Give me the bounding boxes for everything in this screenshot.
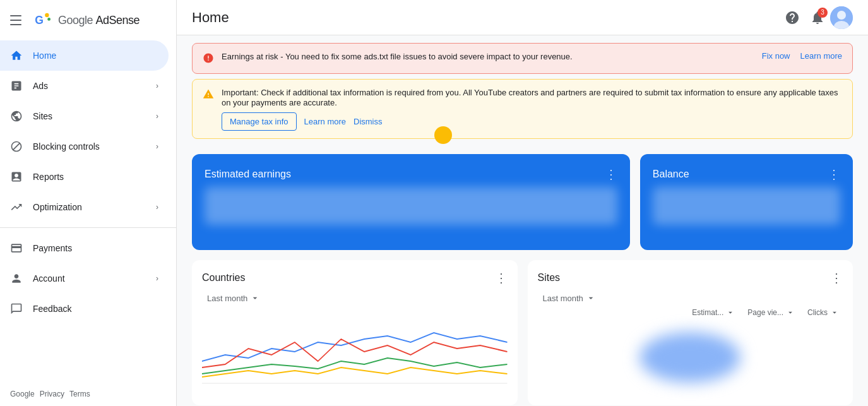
sidebar-item-payments-label: Payments — [33, 243, 72, 253]
sites-columns-header: Estimat... Page vie... Clicks — [538, 306, 843, 319]
error-icon — [203, 52, 214, 66]
page-title: Home — [192, 9, 229, 26]
balance-menu-icon[interactable]: ⋮ — [828, 167, 840, 182]
fix-now-link[interactable]: Fix now — [762, 51, 790, 61]
countries-menu-icon[interactable]: ⋮ — [495, 270, 508, 285]
svg-text:G: G — [35, 14, 44, 27]
sidebar-item-optimization-label: Optimization — [33, 202, 82, 212]
sidebar-item-sites[interactable]: Sites › — [0, 101, 169, 131]
sites-card-title: Sites — [538, 272, 561, 284]
sites-period-label: Last month — [543, 294, 583, 303]
countries-chart-area — [202, 311, 508, 388]
reports-icon — [10, 170, 23, 183]
tax-info-content: Important: Check if additional tax infor… — [222, 87, 842, 131]
account-icon — [10, 272, 23, 285]
earnings-card-header: Estimated earnings ⋮ — [205, 167, 617, 182]
home-icon — [10, 49, 23, 62]
sidebar-footer: Google Privacy Terms — [0, 382, 176, 406]
optimization-chevron-icon: › — [156, 203, 158, 212]
dismiss-link[interactable]: Dismiss — [354, 117, 383, 126]
sidebar-item-home[interactable]: Home — [0, 40, 169, 71]
sidebar-item-ads[interactable]: Ads › — [0, 71, 169, 101]
avatar-image — [830, 6, 853, 29]
sidebar-item-reports[interactable]: Reports — [0, 162, 169, 192]
balance-card-title: Balance — [653, 169, 689, 180]
earnings-risk-content: Earnings at risk - You need to fix some … — [222, 51, 754, 61]
estimat-dropdown-icon — [726, 308, 735, 317]
menu-button[interactable] — [10, 13, 25, 28]
ads-icon — [10, 80, 23, 92]
clicks-dropdown-icon — [830, 308, 839, 317]
sites-column-clicks[interactable]: Clicks — [804, 306, 843, 319]
balance-card: Balance ⋮ — [640, 154, 853, 250]
svg-point-3 — [47, 18, 51, 21]
help-button[interactable] — [780, 5, 805, 30]
sites-menu-icon[interactable]: ⋮ — [830, 270, 843, 285]
sidebar-item-blocking-controls-label: Blocking controls — [33, 141, 100, 152]
tax-info-text: Important: Check if additional tax infor… — [222, 88, 838, 107]
blocking-controls-chevron-icon: › — [156, 142, 158, 151]
countries-period-dropdown-icon — [250, 293, 260, 303]
sidebar-item-payments[interactable]: Payments — [0, 233, 169, 263]
sidebar-item-feedback-label: Feedback — [33, 304, 71, 314]
countries-period-label: Last month — [207, 294, 247, 303]
nav-divider — [0, 227, 176, 228]
earnings-menu-icon[interactable]: ⋮ — [605, 167, 617, 182]
countries-period-dropdown[interactable]: Last month — [202, 290, 265, 306]
help-icon — [785, 10, 800, 25]
sites-chevron-icon: › — [156, 112, 158, 121]
footer-privacy-link[interactable]: Privacy — [40, 390, 64, 398]
sites-blurred-content — [639, 332, 740, 383]
sidebar: G Google AdSense Home Ads › Sites › — [0, 0, 177, 406]
sidebar-item-ads-label: Ads — [33, 81, 48, 91]
svg-point-2 — [45, 13, 49, 17]
sites-column-estimat-label: Estimat... — [692, 308, 723, 317]
earnings-card-body — [205, 187, 617, 237]
footer-google: Google — [10, 390, 35, 398]
app-title: Google AdSense — [58, 14, 140, 27]
svg-point-5 — [837, 11, 846, 20]
balance-blurred-content — [653, 187, 840, 225]
sidebar-item-blocking-controls[interactable]: Blocking controls › — [0, 131, 169, 162]
earnings-cards-row: Estimated earnings ⋮ Balance ⋮ — [177, 144, 868, 260]
learn-more-link-2[interactable]: Learn more — [304, 117, 346, 126]
sites-icon — [10, 110, 23, 122]
earnings-risk-alert: Earnings at risk - You need to fix some … — [192, 43, 853, 74]
blocking-controls-icon — [10, 140, 23, 153]
earnings-blurred-content — [205, 187, 617, 225]
balance-card-header: Balance ⋮ — [653, 167, 840, 182]
sites-column-pageviews-label: Page vie... — [747, 308, 783, 317]
countries-card-header: Countries ⋮ — [202, 270, 508, 285]
countries-card-title: Countries — [202, 272, 245, 284]
notifications-button[interactable]: 3 — [805, 5, 830, 30]
optimization-icon — [10, 201, 23, 213]
estimated-earnings-card: Estimated earnings ⋮ — [192, 154, 630, 250]
earnings-risk-actions: Fix now Learn more — [762, 51, 842, 61]
sites-chart-area — [538, 332, 843, 395]
sites-card-header: Sites ⋮ — [538, 270, 843, 285]
sites-column-estimat[interactable]: Estimat... — [688, 306, 739, 319]
avatar[interactable] — [830, 6, 853, 29]
sites-period-dropdown[interactable]: Last month — [538, 290, 601, 306]
tax-info-actions: Manage tax info Learn more Dismiss — [222, 112, 842, 131]
sidebar-item-optimization[interactable]: Optimization › — [0, 192, 169, 222]
sidebar-item-sites-label: Sites — [33, 111, 52, 121]
learn-more-link-1[interactable]: Learn more — [800, 51, 842, 61]
sidebar-item-feedback[interactable]: Feedback — [0, 294, 169, 324]
sites-column-pageviews[interactable]: Page vie... — [744, 306, 799, 319]
earnings-risk-text: Earnings at risk - You need to fix some … — [222, 52, 573, 61]
ads-chevron-icon: › — [156, 81, 158, 90]
manage-tax-info-button[interactable]: Manage tax info — [222, 112, 297, 131]
countries-card: Countries ⋮ Last month — [192, 260, 518, 405]
footer-terms-link[interactable]: Terms — [69, 390, 90, 398]
feedback-icon — [10, 302, 23, 315]
google-adsense-logo: G — [33, 10, 53, 30]
earnings-card-title: Estimated earnings — [205, 169, 291, 180]
sidebar-item-account[interactable]: Account › — [0, 263, 169, 294]
alerts-area: Earnings at risk - You need to fix some … — [177, 35, 868, 139]
sites-period-dropdown-icon — [586, 293, 596, 303]
main-content: Home 3 Earnings at risk - You n — [177, 0, 868, 406]
warning-icon — [203, 88, 214, 102]
charts-row: Countries ⋮ Last month — [177, 260, 868, 406]
tax-info-alert: Important: Check if additional tax infor… — [192, 79, 853, 139]
